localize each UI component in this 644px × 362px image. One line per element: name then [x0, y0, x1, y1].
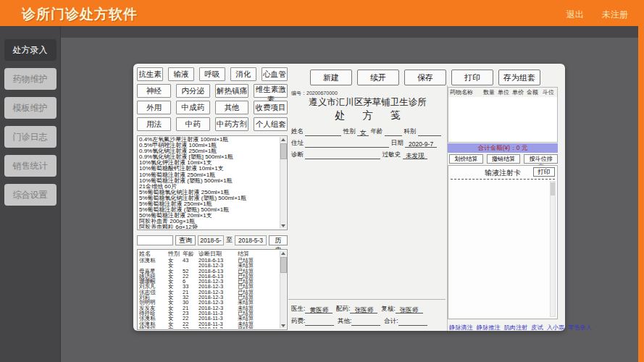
scroll-down-icon[interactable] — [281, 324, 285, 327]
category-button[interactable]: 内分泌 — [176, 84, 210, 98]
action-button-3[interactable]: 保存 — [404, 70, 446, 85]
scroll-up-icon[interactable] — [281, 138, 285, 141]
category-button[interactable]: 输液 — [168, 67, 194, 81]
sidebar-item-5[interactable]: 销售统计 — [4, 155, 57, 177]
sidebar: 处方录入药物维护模板维护门诊日志销售统计综合设置 — [0, 26, 61, 362]
category-button[interactable]: 维生素激素 — [254, 84, 288, 98]
footer-link-2[interactable]: 静脉推注 — [477, 324, 501, 332]
settle-button-3[interactable]: 按斗位排序 — [524, 154, 558, 164]
register-status-link[interactable]: 未注册 — [602, 9, 628, 20]
category-button[interactable]: 收费项目 — [254, 101, 288, 114]
action-button-2[interactable]: 续开 — [357, 70, 399, 85]
patient-table-scrollbar[interactable] — [280, 251, 286, 329]
allergy-field[interactable]: 未发现 — [403, 152, 427, 159]
infusion-scrollbar[interactable] — [550, 181, 556, 317]
top-dark-band — [0, 26, 638, 38]
footer-link-4[interactable]: 皮试 — [531, 324, 543, 332]
category-button[interactable]: 心血管 — [262, 67, 288, 81]
medicine-search-input[interactable] — [137, 235, 173, 245]
dept-field[interactable] — [418, 129, 441, 136]
sidebar-item-4[interactable]: 门诊日志 — [4, 126, 57, 148]
medicine-list-scrollbar[interactable] — [280, 137, 286, 229]
fee-field[interactable] — [305, 319, 334, 326]
patient-cell: 姚访妞 — [139, 327, 168, 329]
footer-link-3[interactable]: 肌肉注射 — [504, 324, 528, 332]
drug-column-header: 单位 — [498, 88, 512, 97]
prescription-footer: 医生:黄医师 配药:张医师 复核:张医师 药费: 其他: 合计: — [288, 299, 446, 331]
category-button[interactable]: 呼吸 — [199, 67, 225, 81]
category-button[interactable]: 中成药 — [176, 101, 210, 114]
address-label: 住址 — [291, 139, 304, 146]
logout-link[interactable]: 退出 — [566, 9, 584, 20]
patient-row[interactable]: 姚访妞女222018-11-3已结算 — [139, 327, 279, 329]
fee-row: 药费: 其他: 合计: — [291, 317, 444, 326]
search-button[interactable]: 查询 — [175, 235, 196, 245]
sidebar-item-6[interactable]: 综合设置 — [4, 184, 57, 206]
settle-button-1[interactable]: 划价结算 — [449, 154, 483, 164]
footer-link-1[interactable]: 静脉滴注 — [449, 324, 473, 332]
category-button[interactable]: 解热镇痛 — [215, 84, 249, 98]
address-row: 住址 日期 2020-9-7 — [291, 139, 444, 148]
category-button[interactable]: 个人组套 — [254, 117, 288, 131]
drug-column-header: 单价 — [512, 88, 527, 97]
dispense-label: 配药: — [336, 305, 350, 312]
action-button-1[interactable]: 新建 — [310, 70, 352, 85]
category-row: 神经内分泌解热镇痛维生素激素 — [137, 84, 288, 98]
name-field[interactable] — [305, 129, 341, 136]
action-button-5[interactable]: 存为组套 — [498, 70, 540, 85]
diagnosis-field[interactable] — [305, 152, 380, 159]
sidebar-item-2[interactable]: 药物维护 — [4, 68, 57, 90]
category-button[interactable]: 用法 — [137, 117, 171, 131]
date-label: 日期 — [391, 139, 403, 146]
category-button[interactable]: 中药方剂 — [215, 117, 249, 131]
patient-column-header: 性别 — [168, 251, 183, 258]
patient-cell: 女 — [168, 327, 183, 329]
date-from-field[interactable]: 2018-5- — [198, 235, 224, 245]
category-button[interactable]: 神经 — [137, 84, 171, 98]
scroll-down-icon[interactable] — [281, 224, 285, 227]
dispense-field[interactable]: 张医师 — [350, 306, 377, 313]
other-field[interactable] — [351, 319, 380, 326]
infusion-print-button[interactable]: 打印 — [533, 167, 555, 177]
other-label: 其他: — [338, 317, 351, 324]
medicine-list-item[interactable]: 阿胶养血颗粒 6g×12袋 — [139, 224, 279, 229]
scroll-up-icon[interactable] — [281, 252, 285, 255]
drug-column-header: 数量 — [483, 88, 498, 97]
doctor-row: 医生:黄医师 配药:张医师 复核:张医师 — [291, 305, 444, 313]
address-field[interactable] — [305, 140, 389, 148]
category-row: 外用中成药其他收费项目 — [137, 101, 288, 114]
age-label: 年龄 — [371, 127, 383, 135]
date-field[interactable]: 2020-9-7 — [405, 140, 437, 148]
age-field[interactable] — [385, 129, 402, 136]
category-button[interactable]: 外用 — [137, 101, 171, 114]
infusion-card: 输液注射卡 打印 — [448, 165, 558, 319]
prescription-area: 编号：20200670000 遵义市汇川区茅草铺卫生诊所 处 方 笺 姓名 性别… — [288, 85, 448, 331]
category-button[interactable]: 消化 — [230, 67, 256, 81]
category-button[interactable]: 其他 — [215, 101, 249, 114]
gender-field[interactable]: 女 — [357, 129, 369, 136]
right-edge-strip — [638, 0, 644, 362]
history-prescription-button[interactable]: 历史处方 — [269, 235, 288, 245]
settle-button-2[interactable]: 撤销结算 — [487, 154, 521, 164]
doctor-field[interactable]: 黄医师 — [305, 306, 333, 313]
medicine-list: 0.4%左氧氟沙星注射液 100ml×1瓶0.5%甲硝唑注射液 100ml×1瓶… — [137, 135, 288, 230]
category-button[interactable]: 抗生素 — [137, 67, 163, 81]
sidebar-item-3[interactable]: 模板维护 — [4, 97, 57, 119]
drug-table-header: 药物名称数量单位单价金额斗位 — [448, 88, 557, 97]
patient-column-header: 结算 — [238, 251, 279, 258]
action-button-4[interactable]: 打印 — [451, 70, 493, 85]
gender-label: 性别 — [343, 127, 356, 135]
scrollbar-thumb[interactable] — [280, 143, 287, 159]
scrollbar-thumb[interactable] — [551, 182, 555, 195]
review-field[interactable]: 张医师 — [396, 306, 423, 313]
sidebar-item-1[interactable]: 处方录入 — [4, 39, 57, 61]
sum-field[interactable] — [398, 319, 427, 326]
patient-table-body: 张澳粘女432018-6-13已结算女2018-12-3未结算母嘉星女52201… — [139, 258, 279, 329]
footer-link-6[interactable]: 零售录入 — [568, 324, 592, 332]
footer-link-5[interactable]: 入小票 — [547, 324, 565, 332]
date-to-field[interactable]: 2018-5-3 — [235, 235, 267, 245]
total-amount-bar: 合计金额(¥)：0 元 — [448, 143, 558, 153]
scrollbar-thumb[interactable] — [280, 257, 287, 273]
category-button[interactable]: 中药 — [176, 117, 210, 131]
footer-links: 静脉滴注静脉推注肌肉注射皮试入小票零售录入 — [449, 324, 558, 332]
